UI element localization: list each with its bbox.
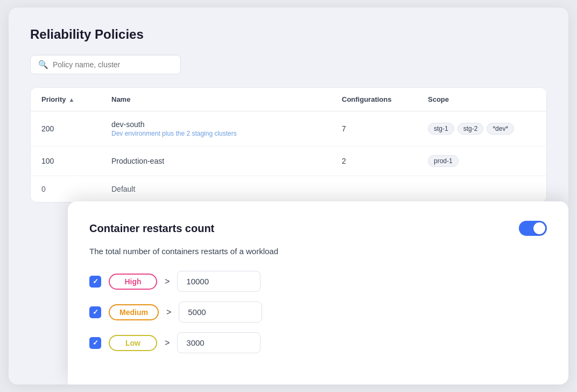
config-count: 7 [342, 124, 428, 133]
overlay-title: Container restarts count [89, 222, 214, 235]
name-cell: Default [111, 185, 342, 193]
checkbox-low[interactable]: ✓ [89, 337, 101, 349]
config-count: 2 [342, 157, 428, 165]
severity-badge-medium: Medium [109, 304, 159, 320]
policy-name: dev-south [111, 120, 342, 129]
checkmark-icon: ✓ [93, 277, 98, 285]
scope-tag: stg-2 [458, 123, 484, 135]
main-card: Reliability Policies 🔍 Priority ▲ Name C… [9, 8, 568, 384]
scope-tag: prod-1 [428, 155, 459, 167]
policy-description: Dev environment plus the 2 staging clust… [111, 130, 342, 137]
operator-low: > [165, 338, 170, 348]
search-input[interactable] [53, 60, 173, 69]
toggle-switch[interactable] [519, 221, 547, 236]
col-name: Name [111, 95, 342, 103]
col-scope: Scope [428, 95, 536, 103]
checkmark-icon: ✓ [93, 339, 98, 347]
name-cell: Production-east [111, 157, 342, 165]
search-icon: 🔍 [38, 60, 48, 69]
priority-value: 100 [41, 157, 111, 165]
severity-badge-high: High [109, 274, 157, 290]
page-title: Reliability Policies [30, 27, 547, 42]
policy-name: Production-east [111, 157, 342, 165]
toggle-track [519, 221, 547, 236]
threshold-row-low: ✓ Low > [89, 332, 547, 353]
col-priority[interactable]: Priority ▲ [41, 95, 111, 103]
name-cell: dev-south Dev environment plus the 2 sta… [111, 120, 342, 137]
scope-tag: stg-1 [428, 123, 454, 135]
table-row[interactable]: 0 Default [31, 176, 546, 202]
severity-badge-low: Low [109, 335, 157, 351]
operator-high: > [165, 277, 170, 286]
scope-tag: *dev* [487, 123, 514, 135]
checkbox-high[interactable]: ✓ [89, 276, 101, 288]
table-header: Priority ▲ Name Configurations Scope [31, 88, 546, 111]
table-row[interactable]: 100 Production-east 2 prod-1 [31, 146, 546, 176]
table-row[interactable]: 200 dev-south Dev environment plus the 2… [31, 111, 546, 146]
checkmark-icon: ✓ [93, 308, 98, 316]
threshold-row-medium: ✓ Medium > [89, 302, 547, 323]
threshold-input-medium[interactable] [179, 302, 262, 323]
sort-icon: ▲ [69, 96, 75, 103]
threshold-input-high[interactable] [177, 271, 261, 292]
col-configurations: Configurations [342, 95, 428, 103]
operator-medium: > [166, 307, 171, 317]
overlay-description: The total number of containers restarts … [89, 247, 547, 256]
toggle-thumb [533, 222, 545, 234]
threshold-input-low[interactable] [177, 332, 261, 353]
priority-value: 200 [41, 124, 111, 133]
scope-tags: prod-1 [428, 155, 536, 167]
search-bar[interactable]: 🔍 [30, 55, 181, 74]
priority-value: 0 [41, 185, 111, 193]
scope-tags: stg-1 stg-2 *dev* [428, 123, 536, 135]
policies-table: Priority ▲ Name Configurations Scope 200… [30, 87, 547, 202]
threshold-row-high: ✓ High > [89, 271, 547, 292]
overlay-card: Container restarts count The total numbe… [68, 201, 568, 384]
checkbox-medium[interactable]: ✓ [89, 306, 101, 318]
overlay-header: Container restarts count [89, 221, 547, 236]
policy-name: Default [111, 185, 342, 193]
